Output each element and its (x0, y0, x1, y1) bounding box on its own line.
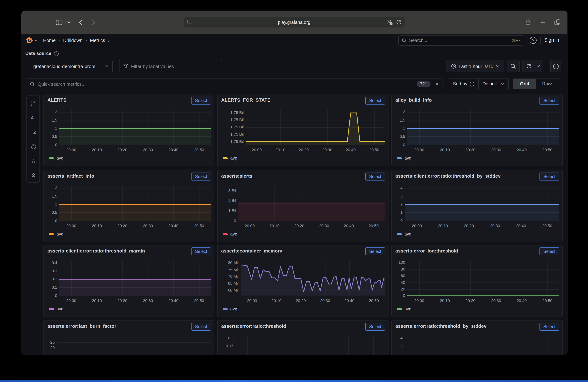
y-axis-label: 70 Mil (220, 274, 239, 279)
sidebar-toggle-icon[interactable] (56, 19, 63, 25)
metric-panel: asserts:error_log:thresholdSelect1008060… (391, 245, 563, 317)
new-tab-icon[interactable] (540, 19, 546, 25)
select-button[interactable]: Select (191, 96, 211, 105)
sort-by-label-segment: Sort by i (449, 79, 479, 89)
screenshot-stage: play.grafana.org A x (0, 0, 588, 382)
select-button[interactable]: Select (191, 172, 211, 180)
result-count-badge: 721 (417, 81, 430, 87)
refresh-button[interactable] (523, 60, 535, 72)
sidebar-chevron-down-icon[interactable] (67, 21, 71, 23)
svg-text:A: A (388, 20, 390, 23)
quick-search-field[interactable]: 721 × (26, 78, 442, 89)
view-grid-button[interactable]: Grid (513, 79, 536, 89)
legend-label[interactable]: avg (57, 231, 63, 237)
legend-color (49, 157, 54, 159)
x-axis-label: 20:50 (542, 148, 552, 152)
x-axis-label: 20:00 (414, 298, 424, 303)
refresh-button-group (523, 60, 542, 72)
x-axis-label: 20:50 (369, 298, 379, 303)
global-search-box[interactable]: ⌘+k (398, 36, 524, 46)
view-rows-button[interactable]: Rows (536, 79, 560, 89)
x-axis: 20:0020:1020:2020:3020:4020:50 (405, 224, 559, 229)
legend-label[interactable]: avg (57, 306, 63, 311)
legend-label[interactable]: avg (404, 231, 412, 237)
legend: avg (397, 306, 412, 311)
select-button[interactable]: Select (191, 248, 211, 255)
select-button[interactable]: Select (191, 323, 211, 331)
plot-area (57, 336, 211, 355)
breadcrumb-home[interactable]: Home (43, 38, 56, 43)
translate-icon[interactable]: A x (387, 20, 393, 26)
org-switcher-chevron-icon[interactable] (34, 39, 37, 41)
legend-label[interactable]: avg (404, 306, 412, 311)
prefix-filter-icon[interactable]: A_ (27, 114, 40, 122)
global-search-input[interactable] (409, 38, 509, 43)
legend-label[interactable]: avg (57, 155, 63, 161)
data-source-info-icon[interactable]: i (54, 51, 59, 56)
tab-overview-icon[interactable] (554, 19, 561, 25)
metric-panel: asserts:alertsSelect3 Bil2 Bil1 Bil020:0… (217, 170, 388, 242)
select-button[interactable]: Select (539, 248, 559, 255)
clear-search-icon[interactable]: × (433, 81, 439, 87)
select-button[interactable]: Select (539, 323, 559, 331)
y-axis-label: 1.75 Bil (220, 110, 244, 115)
breadcrumb-drilldown[interactable]: Drilldown (63, 38, 83, 43)
panel-info-button[interactable]: i (550, 60, 561, 72)
select-button[interactable]: Select (365, 248, 385, 255)
y-axis-label: 1.75 Bil (220, 132, 244, 137)
suffix-filter-icon[interactable]: _Z (27, 128, 40, 136)
address-bar[interactable]: play.grafana.org A x (184, 17, 405, 27)
legend-label[interactable]: avg (230, 306, 237, 311)
sign-in-button[interactable]: Sign in (544, 37, 559, 43)
x-axis-label: 20:10 (440, 148, 450, 152)
y-axis-label: 0 (46, 142, 57, 147)
y-axis-label: 0 (394, 142, 405, 147)
page-format-icon[interactable] (187, 19, 193, 26)
legend-label[interactable]: avg (230, 155, 237, 161)
metric-panel: alloy_build_infoSelect21.510.5020:0020:1… (391, 94, 563, 166)
group-by-icon[interactable] (27, 143, 40, 151)
share-icon[interactable] (525, 19, 531, 25)
settings-gear-icon[interactable]: ⚙ (27, 172, 40, 179)
x-axis-label: 20:30 (320, 298, 330, 303)
select-button[interactable]: Select (365, 323, 385, 331)
back-button[interactable] (79, 19, 83, 25)
label-filter-input[interactable] (131, 63, 218, 69)
chart (241, 261, 385, 296)
y-axis-label: 0.5 (46, 210, 57, 215)
x-axis-label: 20:10 (92, 298, 102, 303)
select-button[interactable]: Select (365, 172, 385, 180)
all-metrics-icon[interactable] (27, 99, 40, 107)
y-axis-label: 0 (220, 218, 236, 223)
grafana-logo[interactable] (26, 37, 33, 45)
breadcrumb-metrics[interactable]: Metrics (90, 38, 105, 43)
time-range-picker[interactable]: Last 1 hour UTC (446, 60, 504, 72)
x-axis-label: 20:50 (542, 224, 552, 228)
y-axis-label: 100 (394, 260, 405, 265)
label-filter-field[interactable] (119, 60, 222, 72)
x-axis-label: 20:30 (319, 224, 329, 228)
x-axis-label: 20:00 (414, 148, 424, 152)
select-button[interactable]: Select (539, 172, 559, 180)
chart (238, 186, 385, 221)
refresh-interval-chevron[interactable] (535, 65, 542, 67)
select-button[interactable]: Select (539, 96, 559, 105)
sort-info-icon[interactable]: i (469, 82, 474, 86)
help-icon[interactable]: ? (530, 37, 537, 44)
breadcrumb-separator: › (83, 37, 90, 43)
select-button[interactable]: Select (365, 96, 385, 105)
legend-label[interactable]: avg (404, 155, 412, 161)
reload-icon[interactable] (396, 19, 401, 26)
sort-select[interactable]: Default (479, 79, 508, 89)
quick-search-input[interactable] (38, 81, 414, 87)
data-source-select[interactable]: grafanacloud-demoinfra-prom (29, 60, 113, 72)
forward-button[interactable] (92, 19, 95, 25)
x-axis-label: 20:00 (247, 298, 257, 303)
zoom-out-button[interactable] (507, 60, 520, 72)
y-axis-label: 0.2 (46, 277, 57, 282)
y-axis-label: 0 (46, 218, 57, 223)
x-axis-label: 20:30 (491, 148, 501, 152)
legend-label[interactable]: avg (230, 231, 237, 237)
favorites-star-icon[interactable]: ☆ (27, 157, 40, 165)
y-axis-label: 20 (46, 345, 55, 350)
